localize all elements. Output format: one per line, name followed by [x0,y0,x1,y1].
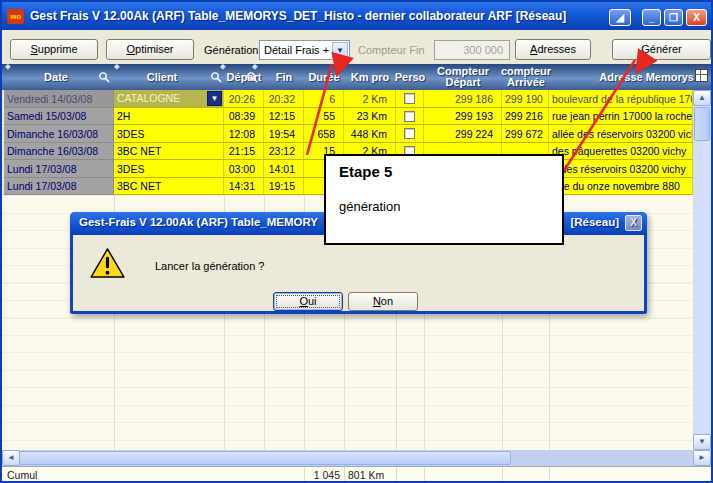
cell-depart[interactable]: 20:26 [224,90,264,108]
horizontal-scroll-thumb[interactable] [19,451,511,465]
vertical-scrollbar[interactable]: ▲ ▼ [693,90,711,450]
window-menu-button[interactable]: ◢ [609,9,631,26]
cumul-km-value: 801 Km [348,469,384,481]
cell-c_arr[interactable]: 299 190 [502,90,549,108]
dialog-close-icon[interactable]: X [625,215,642,231]
cell-c_dep[interactable]: 299 186 [424,90,502,108]
cell-adresse[interactable]: e des réservoirs 03200 vichy [549,160,693,178]
col-header-date[interactable]: Date [16,64,96,90]
table-row[interactable]: Dimanche 16/03/083DES12:0819:54658448 Km… [2,125,693,143]
col-header-duree[interactable]: Durée [304,64,344,90]
optimiser-button[interactable]: Optimiser [106,39,194,60]
cell-duree[interactable]: 658 [304,125,344,143]
maximize-button[interactable]: ❐ [664,9,683,26]
cell-date[interactable]: Lundi 17/03/08 [4,160,114,178]
table-row[interactable]: Samedi 15/03/082H08:3912:155523 Km299 19… [2,108,693,126]
cell-date[interactable]: Samedi 15/03/08 [4,108,114,126]
column-resize-icon[interactable]: ⬥ [252,63,260,71]
cell-depart[interactable]: 21:15 [224,143,264,161]
cell-duree[interactable]: 6 [304,90,344,108]
cell-fin[interactable]: 19:54 [264,125,304,143]
oui-button[interactable]: Oui [273,292,343,311]
cell-depart[interactable]: 03:00 [224,160,264,178]
status-bar: Cumul 1 045 801 Km [2,466,711,481]
adresses-button[interactable]: Adresses [515,39,591,60]
cell-adresse[interactable]: boulevard de la république 170 [549,90,693,108]
search-icon[interactable] [246,71,258,83]
step-callout: Etape 5 génération [324,154,564,245]
cell-adresse[interactable]: des pâquerettes 03200 vichy [549,143,693,161]
col-header-perso[interactable]: Perso [394,64,426,90]
supprime-button[interactable]: Supprime [10,39,98,60]
cell-c_dep[interactable]: 299 193 [424,108,502,126]
cell-client[interactable]: CATALOGNE▼ [114,90,224,108]
perso-checkbox[interactable] [404,93,415,104]
cell-client[interactable]: 3BC NET [114,143,224,161]
cell-adresse[interactable]: rue jean perrin 17000 la rochelle [549,108,693,126]
cell-km[interactable]: 23 Km [344,108,396,126]
cell-duree[interactable]: 55 [304,108,344,126]
cell-c_dep[interactable]: 299 224 [424,125,502,143]
non-button[interactable]: Non [348,292,418,311]
cell-client[interactable]: 3DES [114,160,224,178]
cell-adresse[interactable]: nue du onze novembre 880 [549,178,693,196]
perso-checkbox[interactable] [404,128,415,139]
cell-depart[interactable]: 08:39 [224,108,264,126]
cell-date[interactable]: Dimanche 16/03/08 [4,125,114,143]
cell-adresse[interactable]: allée des réservoirs 03200 vichy [549,125,693,143]
generation-selected-value: Détail Frais + IK [264,44,343,56]
scroll-left-icon[interactable]: ◄ [2,450,20,466]
cell-fin[interactable]: 12:15 [264,108,304,126]
scroll-right-icon[interactable]: ► [693,450,711,466]
minimize-button[interactable]: _ [642,9,661,26]
cell-km[interactable]: 448 Km [344,125,396,143]
column-resize-icon[interactable]: ⬥ [114,63,122,71]
client-dropdown-button[interactable]: ▼ [207,91,222,106]
cell-perso[interactable] [396,90,424,108]
table-row[interactable]: Vendredi 14/03/08CATALOGNE▼20:2620:3262 … [2,90,693,108]
column-resize-icon[interactable]: ⬥ [5,63,13,71]
cell-date[interactable]: Lundi 17/03/08 [4,178,114,196]
cell-fin[interactable]: 20:32 [264,90,304,108]
table-grid-icon[interactable] [695,69,708,82]
cell-depart[interactable]: 14:31 [224,178,264,196]
column-resize-icon[interactable]: ⬥ [220,63,228,71]
app-window: wo Gest Frais V 12.00Ak (ARF) Table_MEMO… [0,0,713,483]
horizontal-scrollbar[interactable]: ◄ ► [2,450,711,466]
cell-date[interactable]: Dimanche 16/03/08 [4,143,114,161]
chevron-down-icon[interactable]: ▼ [332,42,348,58]
generer-button[interactable]: Générer [612,39,711,60]
col-header-compteur-depart[interactable]: Compteur Départ [424,64,502,90]
cell-fin[interactable]: 23:12 [264,143,304,161]
cell-client[interactable]: 3DES [114,125,224,143]
toolbar: Supprime Optimiser Génération Détail Fra… [2,30,711,64]
col-header-adresse[interactable]: Adresse Memorys [562,64,694,90]
scroll-up-icon[interactable]: ▲ [693,90,711,106]
vertical-scroll-thumb[interactable] [694,107,710,141]
cell-c_arr[interactable]: 299 216 [502,108,549,126]
compteur-fin-field[interactable]: 300 000 [434,40,510,60]
cumul-label: Cumul [7,469,37,481]
search-icon[interactable] [210,71,222,83]
table-header: Date Client Départ Fin Durée Km pro Pers… [2,64,711,90]
cell-perso[interactable] [396,108,424,126]
col-header-client[interactable]: Client [122,64,202,90]
col-header-compteur-arrivee[interactable]: compteur Arrivée [500,64,552,90]
cell-km[interactable]: 2 Km [344,90,396,108]
cell-date[interactable]: Vendredi 14/03/08 [4,90,114,108]
dialog-title-network: [Réseau] [570,216,619,228]
cell-client[interactable]: 2H [114,108,224,126]
search-icon[interactable] [98,71,110,83]
cell-c_arr[interactable]: 299 672 [502,125,549,143]
scroll-down-icon[interactable]: ▼ [693,434,711,450]
cell-fin[interactable]: 14:01 [264,160,304,178]
col-header-kmpro[interactable]: Km pro [344,64,396,90]
perso-checkbox[interactable] [404,111,415,122]
close-button[interactable]: X [686,9,707,26]
cell-client[interactable]: 3BC NET [114,178,224,196]
col-header-fin[interactable]: Fin [264,64,304,90]
generation-select[interactable]: Détail Frais + IK ▼ [259,40,350,60]
cell-perso[interactable] [396,125,424,143]
cell-depart[interactable]: 12:08 [224,125,264,143]
cell-fin[interactable]: 19:15 [264,178,304,196]
